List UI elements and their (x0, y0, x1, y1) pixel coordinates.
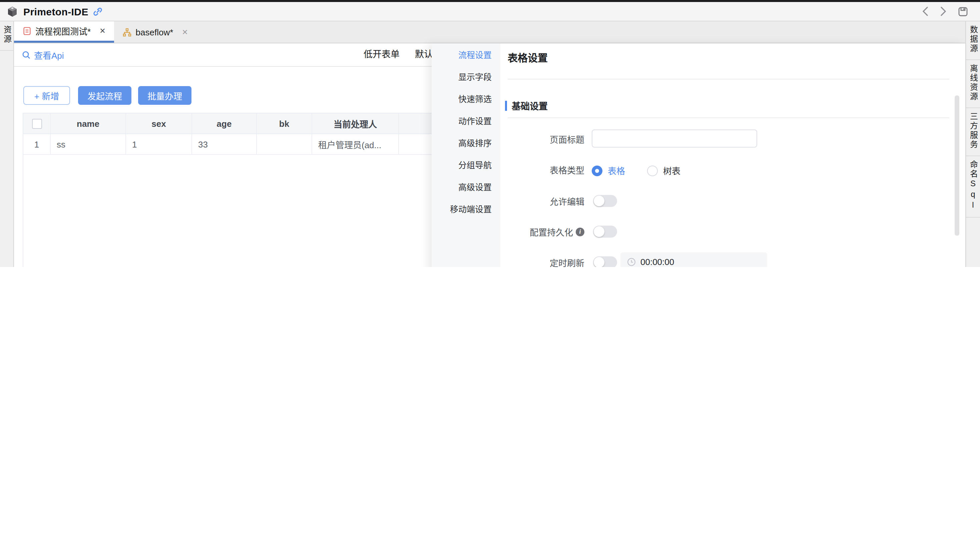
nav-item-mobile-settings[interactable]: 移动端设置 (432, 199, 500, 221)
sidebar-item-resources[interactable]: 资源 (0, 26, 13, 44)
divider (508, 118, 949, 118)
radio-table-label[interactable]: 表格 (608, 164, 625, 177)
low-code-form-label[interactable]: 低开表单 (364, 43, 399, 66)
app-header: Primeton-IDE (0, 2, 980, 21)
table-type-label: 表格类型 (500, 164, 584, 175)
link-icon[interactable] (93, 6, 103, 16)
nav-item-display-fields[interactable]: 显示字段 (432, 67, 500, 89)
panel-scrollbar[interactable] (955, 96, 959, 236)
tab-flow-view-test[interactable]: 流程视图测试* ✕ (14, 21, 115, 43)
cell-current-handler: 租户管理员(ad... (312, 134, 399, 154)
divider (966, 217, 980, 218)
nav-item-action-settings[interactable]: 动作设置 (432, 111, 500, 133)
page-title-input[interactable] (592, 129, 757, 148)
settings-content: 表格设置 基础设置 页面标题 表格类型 表格 树表 (500, 43, 965, 267)
nav-item-group-nav[interactable]: 分组导航 (432, 155, 500, 177)
add-button[interactable]: + 新增 (23, 86, 70, 105)
nav-item-flow-settings[interactable]: 流程设置 (432, 45, 500, 67)
column-header-sex: sex (126, 113, 192, 134)
sidebar-item-datasource[interactable]: 数据源 (966, 26, 980, 53)
timed-refresh-label: 定时刷新 (500, 257, 584, 267)
table-settings-panel: 流程设置 显示字段 快速筛选 动作设置 高级排序 分组导航 高级设置 移动端设置… (432, 43, 965, 267)
app-logo-icon (7, 6, 18, 17)
select-all-cell (23, 113, 51, 134)
column-header-current-handler: 当前处理人 (312, 113, 399, 134)
batch-handle-button[interactable]: 批量办理 (138, 86, 191, 105)
editor-tabstrip: 流程视图测试* ✕ baseflow* ✕ (14, 21, 965, 43)
info-icon: i (576, 227, 584, 236)
cell-bk (257, 134, 312, 154)
default-label[interactable]: 默认 (415, 43, 433, 66)
panel-title: 表格设置 (508, 50, 548, 64)
nav-item-quick-filter[interactable]: 快速筛选 (432, 89, 500, 111)
allow-edit-label: 允许编辑 (500, 196, 584, 206)
select-all-checkbox[interactable] (32, 118, 42, 129)
ide-window: Primeton-IDE 资 (0, 0, 980, 267)
allow-edit-toggle[interactable] (593, 195, 617, 207)
cell-sex: 1 (126, 134, 192, 154)
right-sidebar: 数据源 离线资源 三方服务 命名Sql (965, 21, 980, 267)
persist-config-label: 配置持久化 i (500, 226, 584, 237)
start-flow-button[interactable]: 发起流程 (78, 86, 131, 105)
divider (0, 50, 13, 51)
app-title: Primeton-IDE (23, 6, 88, 17)
divider (966, 156, 980, 156)
nav-forward-button[interactable] (940, 7, 947, 16)
view-api-link[interactable]: 查看Api (22, 43, 64, 66)
sidebar-item-third-party-services[interactable]: 三方服务 (966, 112, 980, 150)
row-index-cell: 1 (23, 134, 51, 154)
close-icon[interactable]: ✕ (99, 27, 105, 35)
nav-item-advanced-settings[interactable]: 高级设置 (432, 177, 500, 199)
sidebar-item-offline-resources[interactable]: 离线资源 (966, 64, 980, 102)
timed-refresh-toggle[interactable] (593, 256, 617, 267)
cell-name: ss (51, 134, 126, 154)
tree-table-radio-group: 树表 (647, 164, 681, 177)
column-header-bk: bk (257, 113, 312, 134)
tab-baseflow[interactable]: baseflow* ✕ (115, 21, 197, 43)
refresh-time-input[interactable]: 00:00:00 (620, 252, 767, 267)
radio-tree-table-label[interactable]: 树表 (663, 164, 681, 177)
nav-item-advanced-sort[interactable]: 高级排序 (432, 133, 500, 155)
nav-back-button[interactable] (922, 7, 929, 16)
page-title-label: 页面标题 (500, 134, 584, 144)
column-header-age: age (192, 113, 257, 134)
basic-settings-header: 基础设置 (505, 99, 548, 112)
radio-table-selected[interactable] (592, 165, 602, 176)
divider (966, 59, 980, 60)
save-icon[interactable] (958, 6, 968, 16)
radio-tree-table[interactable] (647, 165, 658, 176)
section-accent-bar (505, 100, 507, 110)
sidebar-item-named-sql[interactable]: 命名Sql (966, 160, 980, 211)
tab-label: baseflow* (136, 27, 173, 37)
table-type-radio-group: 表格 (592, 164, 625, 177)
persist-config-toggle[interactable] (593, 226, 617, 238)
divider (966, 107, 980, 108)
left-sidebar: 资源 (0, 21, 14, 267)
refresh-time-value: 00:00:00 (640, 257, 674, 267)
tab-label: 流程视图测试* (35, 25, 91, 37)
divider (508, 79, 949, 80)
close-icon[interactable]: ✕ (182, 28, 188, 37)
cell-age: 33 (192, 134, 257, 154)
column-header-name: name (51, 113, 126, 134)
settings-nav: 流程设置 显示字段 快速筛选 动作设置 高级排序 分组导航 高级设置 移动端设置 (432, 43, 500, 267)
